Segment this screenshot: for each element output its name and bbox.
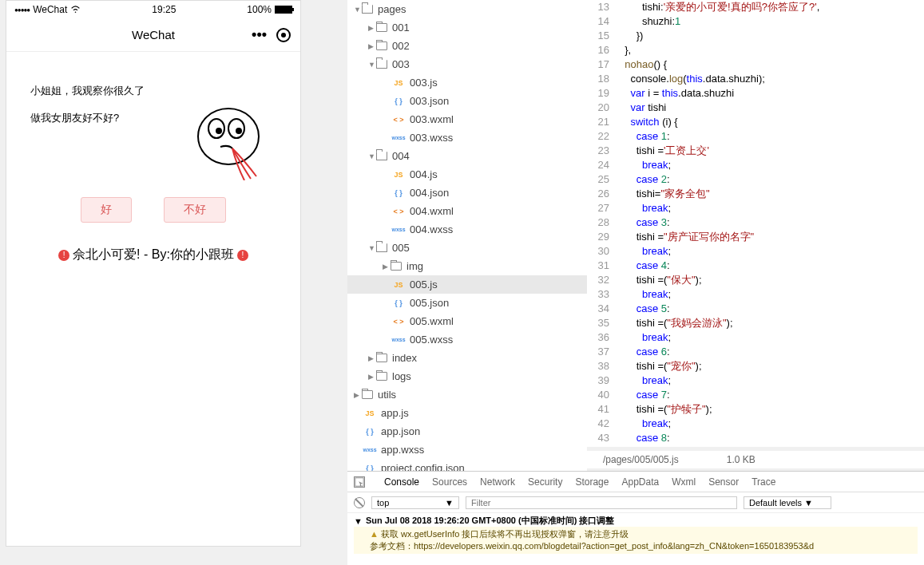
filter-input[interactable] bbox=[466, 496, 737, 509]
code-line[interactable]: 18 console.log(this.data.shuzhi); bbox=[587, 72, 924, 86]
code-line[interactable]: 28 case 3: bbox=[587, 215, 924, 230]
code-line[interactable]: 20 var tishi bbox=[587, 101, 924, 115]
devtools-tab-trace[interactable]: Trace bbox=[751, 476, 775, 488]
file-item[interactable]: JSapp.js bbox=[347, 404, 587, 422]
devtools-tab-network[interactable]: Network bbox=[480, 476, 515, 488]
line-number: 28 bbox=[587, 215, 619, 230]
devtools-tab-appdata[interactable]: AppData bbox=[621, 476, 659, 488]
svg-point-5 bbox=[236, 128, 242, 134]
file-item[interactable]: < >003.wxml bbox=[347, 110, 587, 128]
folder-item[interactable]: pages bbox=[347, 0, 587, 18]
code-line[interactable]: 22 case 1: bbox=[587, 129, 924, 144]
doc-link[interactable]: https://developers.weixin.qq.com/blogdet… bbox=[414, 541, 814, 551]
devtools-tab-sources[interactable]: Sources bbox=[432, 476, 467, 488]
folder-item[interactable]: index bbox=[347, 349, 587, 367]
code-line[interactable]: 32 tishi =("保大"); bbox=[587, 273, 924, 287]
code-line[interactable]: 38 tishi =("宠你"); bbox=[587, 359, 924, 373]
devtools-tab-console[interactable]: Console bbox=[384, 476, 419, 488]
file-item[interactable]: < >004.wxml bbox=[347, 202, 587, 220]
element-selector-icon[interactable] bbox=[354, 476, 365, 488]
code-line[interactable]: 25 case 2: bbox=[587, 172, 924, 187]
code-line[interactable]: 35 tishi =("我妈会游泳"); bbox=[587, 316, 924, 330]
good-button[interactable]: 好 bbox=[81, 197, 132, 223]
more-icon[interactable]: ••• bbox=[252, 26, 267, 43]
tree-arrow-icon[interactable] bbox=[368, 24, 376, 32]
code-line[interactable]: 36 break; bbox=[587, 330, 924, 345]
code-line[interactable]: 43 case 8: bbox=[587, 431, 924, 445]
folder-item[interactable]: 005 bbox=[347, 239, 587, 257]
file-item[interactable]: wxss004.wxss bbox=[347, 220, 587, 239]
code-line[interactable]: 34 case 5: bbox=[587, 302, 924, 316]
code-line[interactable]: 29 tishi ="房产证写你的名字" bbox=[587, 230, 924, 244]
file-item[interactable]: { }005.json bbox=[347, 294, 587, 312]
code-line[interactable]: 27 break; bbox=[587, 201, 924, 215]
code-line[interactable]: 16 }, bbox=[587, 43, 924, 57]
console-filter-bar: top▼ Default levels ▼ bbox=[347, 492, 924, 513]
line-number: 25 bbox=[587, 172, 619, 187]
file-item[interactable]: JS004.js bbox=[347, 165, 587, 184]
tree-arrow-icon[interactable] bbox=[354, 391, 362, 399]
levels-dropdown[interactable]: Default levels ▼ bbox=[744, 496, 831, 509]
file-item[interactable]: wxss003.wxss bbox=[347, 128, 587, 147]
code-editor[interactable]: 13 tishi:'亲爱的小可爱!真的吗?你答应了?',14 shuzhi:11… bbox=[587, 0, 924, 447]
folder-item[interactable]: 002 bbox=[347, 37, 587, 55]
tree-arrow-icon[interactable] bbox=[354, 6, 362, 14]
bad-button[interactable]: 不好 bbox=[164, 197, 226, 223]
code-line[interactable]: 24 break; bbox=[587, 158, 924, 172]
folder-icon bbox=[376, 152, 387, 160]
devtools-tab-sensor[interactable]: Sensor bbox=[708, 476, 739, 488]
code-line[interactable]: 39 break; bbox=[587, 373, 924, 388]
tree-arrow-icon[interactable] bbox=[368, 42, 376, 50]
file-item[interactable]: { }app.json bbox=[347, 422, 587, 441]
item-label: 005.wxml bbox=[410, 315, 454, 327]
file-item[interactable]: < >005.wxml bbox=[347, 312, 587, 330]
tree-arrow-icon[interactable] bbox=[368, 244, 376, 252]
file-item[interactable]: { }004.json bbox=[347, 184, 587, 202]
code-line[interactable]: 37 case 6: bbox=[587, 345, 924, 359]
clear-console-icon[interactable] bbox=[354, 497, 365, 508]
item-label: 002 bbox=[392, 40, 410, 52]
item-label: 003.wxss bbox=[410, 132, 453, 144]
folder-item[interactable]: utils bbox=[347, 385, 587, 404]
file-item[interactable]: wxss005.wxss bbox=[347, 330, 587, 349]
code-line[interactable]: 17 nohao() { bbox=[587, 57, 924, 72]
code-line[interactable]: 30 break; bbox=[587, 244, 924, 259]
tree-arrow-icon[interactable] bbox=[383, 263, 391, 271]
file-explorer[interactable]: pages001002003JS003.js{ }003.json< >003.… bbox=[347, 0, 587, 471]
folder-item[interactable]: img bbox=[347, 257, 587, 275]
code-line[interactable]: 26 tishi="家务全包" bbox=[587, 187, 924, 201]
close-capsule-icon[interactable] bbox=[276, 28, 291, 42]
folder-item[interactable]: 003 bbox=[347, 55, 587, 73]
code-line[interactable]: 42 break; bbox=[587, 417, 924, 431]
alert-icon: ! bbox=[58, 250, 69, 261]
code-line[interactable]: 41 tishi =("护犊子"); bbox=[587, 402, 924, 417]
devtools-tab-security[interactable]: Security bbox=[528, 476, 562, 488]
tree-arrow-icon[interactable] bbox=[368, 354, 376, 362]
code-line[interactable]: 21 switch (i) { bbox=[587, 115, 924, 129]
file-item[interactable]: { }003.json bbox=[347, 92, 587, 110]
devtools-tab-wxml[interactable]: Wxml bbox=[672, 476, 696, 488]
devtools-tab-storage[interactable]: Storage bbox=[575, 476, 609, 488]
warning-text: 获取 wx.getUserInfo 接口后续将不再出现授权弹窗，请注意升级 bbox=[381, 529, 629, 539]
collapse-arrow-icon[interactable]: ▼ bbox=[354, 516, 363, 526]
folder-icon bbox=[391, 262, 402, 271]
code-line[interactable]: 33 break; bbox=[587, 287, 924, 302]
code-line[interactable]: 40 case 7: bbox=[587, 388, 924, 402]
tree-arrow-icon[interactable] bbox=[368, 152, 376, 160]
folder-item[interactable]: 004 bbox=[347, 147, 587, 165]
code-line[interactable]: 19 var i = this.data.shuzhi bbox=[587, 86, 924, 101]
folder-item[interactable]: 001 bbox=[347, 18, 587, 37]
code-line[interactable]: 23 tishi ='工资上交' bbox=[587, 144, 924, 158]
code-line[interactable]: 31 case 4: bbox=[587, 259, 924, 273]
code-line[interactable]: 13 tishi:'亲爱的小可爱!真的吗?你答应了?', bbox=[587, 0, 924, 14]
code-line[interactable]: 15 }) bbox=[587, 29, 924, 43]
file-item[interactable]: JS005.js bbox=[347, 275, 587, 294]
code-line[interactable]: 14 shuzhi:1 bbox=[587, 14, 924, 29]
tree-arrow-icon[interactable] bbox=[368, 373, 376, 381]
file-item[interactable]: wxssapp.wxss bbox=[347, 441, 587, 459]
folder-item[interactable]: logs bbox=[347, 367, 587, 385]
file-item[interactable]: { }project.config.json bbox=[347, 459, 587, 471]
context-dropdown[interactable]: top▼ bbox=[371, 496, 459, 509]
file-item[interactable]: JS003.js bbox=[347, 73, 587, 92]
tree-arrow-icon[interactable] bbox=[368, 61, 376, 69]
